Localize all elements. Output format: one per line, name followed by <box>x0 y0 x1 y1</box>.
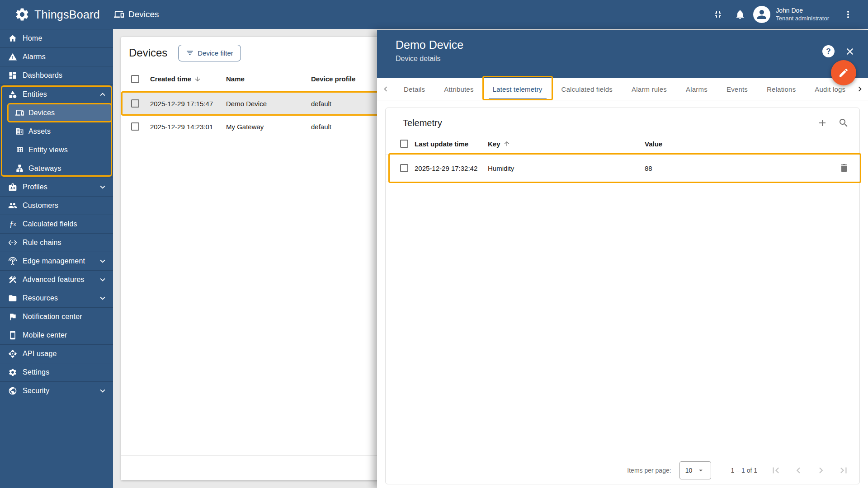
sidebar-item-customers[interactable]: Customers <box>0 196 113 215</box>
sidebar-item-label: Profiles <box>23 183 47 191</box>
select-all-checkbox[interactable] <box>131 75 139 83</box>
previous-page-icon[interactable] <box>793 465 804 476</box>
security-icon <box>8 386 17 395</box>
sidebar-item-settings[interactable]: Settings <box>0 363 113 381</box>
device-filter-button[interactable]: Device filter <box>178 45 241 61</box>
sidebar-item-label: Entities <box>23 90 47 99</box>
tab-alarms[interactable]: Alarms <box>676 78 717 100</box>
search-icon[interactable] <box>838 117 849 128</box>
tabs-scroll-left-icon[interactable] <box>377 78 394 100</box>
edge-icon <box>8 257 17 266</box>
chevron-down-icon <box>98 275 108 285</box>
page-size-select[interactable]: 10 <box>679 461 711 479</box>
chevron-down-icon <box>98 386 108 396</box>
telemetry-row-humidity[interactable]: 2025-12-29 17:32:42 Humidity 88 <box>386 154 859 182</box>
telemetry-key: Humidity <box>488 164 645 172</box>
tab-relations[interactable]: Relations <box>757 78 805 100</box>
row-checkbox[interactable] <box>400 164 408 172</box>
fx-icon: ƒx <box>8 220 17 229</box>
device-created-time: 2025-12-29 14:23:01 <box>150 123 226 131</box>
telemetry-last-update-time: 2025-12-29 17:32:42 <box>415 164 488 172</box>
page-size-value: 10 <box>685 467 693 474</box>
column-name[interactable]: Name <box>226 75 311 83</box>
user-avatar[interactable] <box>753 6 770 23</box>
sidebar-item-advanced-features[interactable]: Advanced features <box>0 270 113 289</box>
sidebar-item-label: Customers <box>23 202 58 210</box>
sidebar-item-label: Security <box>23 387 49 395</box>
tab-latest-telemetry[interactable]: Latest telemetry <box>483 78 552 100</box>
sidebar-item-dashboards[interactable]: Dashboards <box>0 66 113 84</box>
dropdown-arrow-icon <box>697 466 705 474</box>
edit-fab-button[interactable] <box>831 60 856 85</box>
sidebar: Home Alarms Dashboards Entities Devices … <box>0 29 113 488</box>
thingsboard-logo[interactable]: ThingsBoard <box>0 7 99 22</box>
telemetry-select-all-checkbox[interactable] <box>400 140 408 148</box>
details-tab-bar: Details Attributes Latest telemetry Calc… <box>377 78 868 100</box>
header-actions: John Doe Tenant administrator <box>709 5 868 23</box>
sidebar-item-alarms[interactable]: Alarms <box>0 47 113 66</box>
help-icon[interactable]: ? <box>822 45 835 57</box>
tabs-scroll-right-icon[interactable] <box>852 78 868 99</box>
user-name: John Doe <box>776 6 829 14</box>
sidebar-item-edge-management[interactable]: Edge management <box>0 252 113 270</box>
entities-icon <box>8 90 17 99</box>
sidebar-item-home[interactable]: Home <box>0 29 113 47</box>
sidebar-item-label: Rule chains <box>23 239 61 247</box>
next-page-icon[interactable] <box>815 465 827 476</box>
telemetry-table-header: Last update time Key Value <box>386 133 859 154</box>
row-checkbox[interactable] <box>131 122 139 131</box>
sidebar-item-label: Alarms <box>23 53 46 61</box>
tab-attributes[interactable]: Attributes <box>434 78 483 100</box>
first-page-icon[interactable] <box>770 465 782 476</box>
row-checkbox[interactable] <box>131 99 139 108</box>
tab-events[interactable]: Events <box>717 78 757 100</box>
column-created-time[interactable]: Created time <box>150 75 226 83</box>
thingsboard-gear-logo-icon <box>14 7 30 22</box>
delete-telemetry-icon[interactable] <box>839 163 849 174</box>
more-vert-icon[interactable] <box>839 5 857 23</box>
tab-details[interactable]: Details <box>394 78 434 100</box>
chevron-up-icon <box>98 89 108 99</box>
column-key-label: Key <box>488 140 500 148</box>
close-icon[interactable] <box>844 46 855 57</box>
device-filter-label: Device filter <box>198 49 233 57</box>
device-name: Demo Device <box>226 100 311 108</box>
sidebar-item-mobile-center[interactable]: Mobile center <box>0 326 113 344</box>
notifications-bell-icon[interactable] <box>731 5 749 23</box>
sidebar-item-assets[interactable]: Assets <box>9 122 111 141</box>
telemetry-title: Telemetry <box>403 118 442 128</box>
sidebar-item-rule-chains[interactable]: Rule chains <box>0 233 113 252</box>
last-page-icon[interactable] <box>838 465 849 476</box>
fullscreen-exit-icon[interactable] <box>709 5 727 23</box>
add-telemetry-icon[interactable] <box>817 117 828 128</box>
sidebar-item-label: Edge management <box>23 257 85 265</box>
column-value[interactable]: Value <box>645 140 859 148</box>
sidebar-item-resources[interactable]: Resources <box>0 289 113 307</box>
sidebar-item-calculated-fields[interactable]: ƒx Calculated fields <box>0 215 113 233</box>
tab-label: Details <box>404 85 425 93</box>
telemetry-value: 88 <box>645 164 839 172</box>
sidebar-item-entity-views[interactable]: Entity views <box>9 141 111 159</box>
details-panel-title: Demo Device <box>396 38 868 52</box>
sidebar-item-gateways[interactable]: Gateways <box>9 159 111 178</box>
sidebar-item-profiles[interactable]: Profiles <box>0 178 113 196</box>
tab-calculated-fields[interactable]: Calculated fields <box>552 78 622 100</box>
page-range-label: 1 – 1 of 1 <box>731 467 757 474</box>
sidebar-item-label: Entity views <box>28 146 68 154</box>
entity-views-icon <box>15 145 24 154</box>
sidebar-item-api-usage[interactable]: API usage <box>0 344 113 363</box>
chevron-down-icon <box>98 182 108 192</box>
user-role: Tenant administrator <box>776 15 829 23</box>
sidebar-item-label: Devices <box>28 109 55 117</box>
sidebar-item-security[interactable]: Security <box>0 381 113 400</box>
tab-label: Calculated fields <box>561 85 613 93</box>
tab-alarm-rules[interactable]: Alarm rules <box>622 78 676 100</box>
column-key[interactable]: Key <box>488 140 645 148</box>
sidebar-item-devices[interactable]: Devices <box>9 103 111 122</box>
column-last-update-time[interactable]: Last update time <box>415 140 488 148</box>
sidebar-item-notification-center[interactable]: Notification center <box>0 307 113 326</box>
sort-descending-icon <box>194 75 201 83</box>
tab-label: Audit logs <box>815 85 845 93</box>
tab-label: Latest telemetry <box>493 85 542 93</box>
sidebar-item-entities[interactable]: Entities <box>0 85 113 103</box>
